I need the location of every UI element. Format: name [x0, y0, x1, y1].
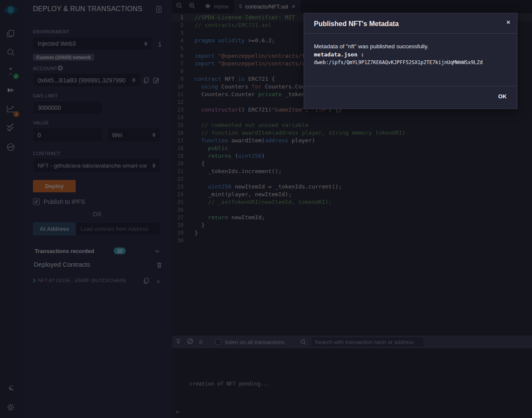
metadata-file-name: metadata.json : [314, 51, 364, 58]
modal-header: Published NFT's Metadata × [304, 13, 517, 34]
ipfs-uri: dweb:/ipfs/QmYL9P1Z7KE6AQvKJPFF52SX1p2TE… [314, 59, 483, 65]
modal-body: Metadata of "nft" was published successf… [304, 34, 517, 86]
published-metadata-modal: Published NFT's Metadata × Metadata of "… [304, 13, 517, 109]
modal-close-icon[interactable]: × [506, 18, 510, 26]
ok-button[interactable]: OK [498, 93, 507, 100]
modal-message: Metadata of "nft" was published successf… [314, 43, 429, 50]
modal-title: Published NFT's Metadata [314, 20, 399, 28]
remix-ide: ✓ 1 [0, 0, 532, 418]
modal-footer: OK [304, 86, 517, 109]
